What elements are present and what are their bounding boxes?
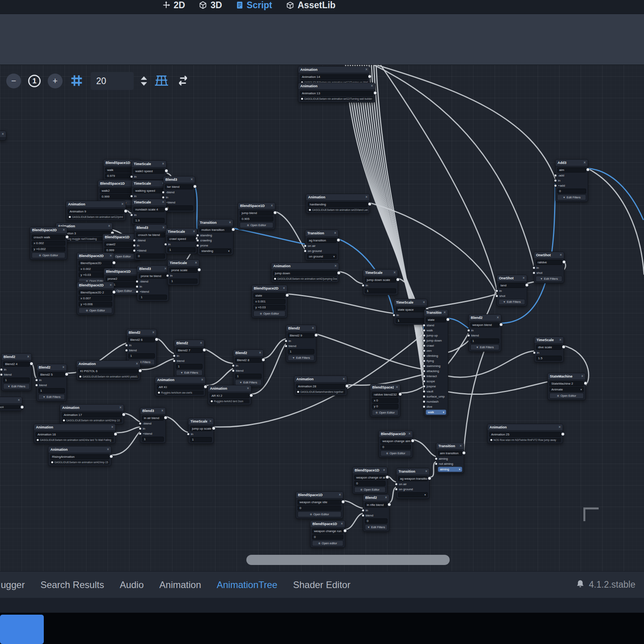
output-port[interactable]: [526, 284, 528, 286]
edit-filters-button[interactable]: ▼Edit Filters: [3, 383, 30, 389]
close-node-icon[interactable]: ×: [283, 285, 285, 291]
close-node-icon[interactable]: ×: [229, 219, 231, 226]
input-port[interactable]: [423, 406, 425, 408]
input-port[interactable]: [304, 245, 306, 247]
node-transition-state[interactable]: Transition×statestandwalkjump upjump dow…: [424, 309, 448, 416]
node-animation-ki-pistol[interactable]: Animation×KI PISTOL 6GASGLIDUESwtam nin …: [76, 360, 140, 380]
close-node-icon[interactable]: ×: [312, 325, 314, 331]
node-name-field[interactable]: prone tw blend: [139, 273, 167, 279]
node-timescale-prone[interactable]: TimeScale×prone scalein1: [167, 259, 199, 285]
close-node-icon[interactable]: ×: [383, 467, 385, 473]
notifications-bell-icon[interactable]: [576, 579, 585, 591]
node-fragment-a[interactable]: ×: [0, 131, 6, 140]
output-port[interactable]: [337, 239, 340, 241]
input-port[interactable]: [139, 433, 141, 435]
output-port[interactable]: [194, 185, 196, 188]
close-node-icon[interactable]: ×: [27, 354, 29, 360]
close-node-icon[interactable]: ×: [408, 431, 411, 437]
edit-filters-button[interactable]: ▼Edit Filters: [536, 276, 562, 282]
output-port[interactable]: [399, 393, 402, 396]
node-name-field[interactable]: walk2: [100, 188, 134, 193]
input-port[interactable]: [136, 291, 138, 293]
node-blend3-in-air[interactable]: Blend3×in air blend-blendin+blend1: [140, 407, 166, 443]
value-field[interactable]: 0.905: [240, 216, 273, 221]
input-port[interactable]: [126, 344, 127, 346]
value-field[interactable]: 1: [176, 364, 203, 369]
input-port[interactable]: [533, 352, 535, 354]
value-field[interactable]: 0: [298, 505, 341, 511]
output-port[interactable]: [374, 92, 377, 94]
node-animation-17[interactable]: Animation×Animation 17GASGLIDUESwtam nin…: [60, 404, 124, 424]
node-name-field[interactable]: Animation 16: [36, 432, 114, 437]
tab-3d[interactable]: 3D: [199, 0, 222, 11]
output-port[interactable]: [346, 385, 348, 387]
value-field[interactable]: 1: [38, 388, 65, 393]
animation-track[interactable]: GASGLIDUESwtam nin animation set42/imp 1…: [50, 460, 109, 464]
node-transition-ag[interactable]: Transition×ag transitionon airon groundo…: [305, 230, 339, 261]
output-port[interactable]: [212, 427, 215, 430]
output-port[interactable]: [232, 228, 235, 231]
input-port[interactable]: [395, 483, 397, 485]
output-port[interactable]: [110, 455, 113, 458]
value-field[interactable]: 0.999: [100, 194, 134, 199]
close-node-icon[interactable]: ×: [497, 315, 499, 321]
output-port[interactable]: [563, 261, 565, 263]
input-port[interactable]: [232, 365, 234, 367]
input-port[interactable]: [423, 324, 425, 326]
animation-track[interactable]: GASGLIDUESwtam nin animation set42/imp 1…: [62, 418, 122, 423]
output-port[interactable]: [65, 373, 68, 376]
close-node-icon[interactable]: ×: [136, 361, 138, 367]
node-name-field[interactable]: AR KI: [157, 385, 204, 390]
value-field[interactable]: x 0: [372, 398, 398, 403]
close-node-icon[interactable]: ×: [558, 424, 561, 430]
input-port[interactable]: [533, 267, 535, 269]
horizontal-scrollbar[interactable]: [246, 555, 450, 565]
node-blendspace1d-weapon-change-run[interactable]: BlendSpace1D×weapon change run0⊕Open edi…: [310, 520, 345, 548]
edit-filters-button[interactable]: ▼Edit Filters: [288, 355, 314, 361]
node-name-field[interactable]: state: [253, 293, 285, 298]
close-node-icon[interactable]: ×: [522, 275, 525, 281]
node-timescale-nundash[interactable]: TimeScale×nundash scale 4in1.9: [131, 199, 167, 225]
close-node-icon[interactable]: ×: [193, 228, 195, 235]
input-port[interactable]: [0, 369, 2, 371]
input-port[interactable]: [126, 349, 127, 351]
output-port[interactable]: [368, 75, 371, 78]
tab-audio[interactable]: Audio: [120, 579, 144, 590]
value-field[interactable]: 1: [190, 437, 212, 442]
node-blend3-prone[interactable]: Blend3×prone tw blend-blendin+blend1: [137, 265, 169, 301]
node-name-field[interactable]: jump down scale: [365, 277, 396, 282]
output-port[interactable]: [274, 211, 276, 214]
open-editor-button[interactable]: ⊕Open Editor: [549, 393, 584, 399]
close-node-icon[interactable]: ×: [18, 397, 20, 403]
value-field[interactable]: 1: [128, 353, 155, 358]
close-node-icon[interactable]: ×: [365, 67, 368, 73]
snap-distance-field[interactable]: 20: [91, 72, 134, 90]
output-port[interactable]: [113, 261, 115, 264]
output-port[interactable]: [447, 318, 449, 321]
input-port[interactable]: [393, 314, 395, 316]
input-port[interactable]: [0, 374, 2, 376]
node-name-field[interactable]: weapon change idle: [298, 500, 341, 505]
arrange-nodes-button[interactable]: [176, 75, 190, 88]
state-dropdown[interactable]: walk▾: [426, 410, 446, 415]
value-field[interactable]: 1: [288, 349, 314, 354]
close-node-icon[interactable]: ×: [108, 223, 110, 229]
node-blendspace1d-weapon-change-aim[interactable]: BlendSpace1D×weapon change aim0⊕Open Edi…: [379, 430, 413, 458]
node-blend2-rifle[interactable]: Blend2×in rifle blendinblend0▼Edit Filte…: [363, 494, 389, 532]
close-node-icon[interactable]: ×: [162, 199, 164, 205]
node-name-field[interactable]: RisingAnimation: [50, 454, 109, 459]
open-editor-button[interactable]: ⊕Open Editor: [298, 511, 341, 517]
output-port[interactable]: [165, 169, 168, 172]
input-port[interactable]: [131, 176, 133, 178]
input-port[interactable]: [533, 272, 535, 274]
close-node-icon[interactable]: ×: [334, 263, 337, 269]
node-animation-28[interactable]: Animation×Animation 28GASGLIDUESwtam/han…: [294, 376, 347, 396]
close-node-icon[interactable]: ×: [162, 161, 164, 167]
node-name-field[interactable]: weapon change aim: [380, 439, 411, 444]
output-port[interactable]: [463, 452, 465, 454]
node-name-field[interactable]: crawl speed: [167, 236, 196, 241]
node-blendspace2d-crouch-walk[interactable]: BlendSpace2D×crouch walkx 0.002y +0.002⊕…: [30, 227, 67, 260]
node-name-field[interactable]: dive scale: [536, 345, 562, 350]
input-port[interactable]: [554, 174, 556, 176]
value-field[interactable]: y +0.006: [79, 302, 112, 307]
